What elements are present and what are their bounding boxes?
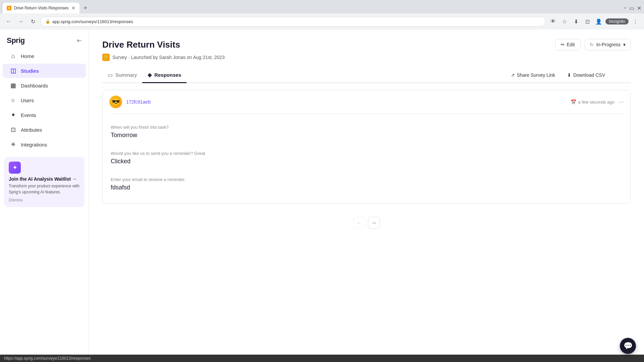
edit-button[interactable]: ✏ Edit <box>555 39 581 50</box>
chat-icon: 💬 <box>624 342 633 350</box>
events-icon: ✦ <box>9 111 17 119</box>
sidebar-item-label-studies: Studies <box>21 68 39 74</box>
sidebar-item-users[interactable]: ○ Users <box>3 93 86 107</box>
response-meta: 📅 a few seconds ago ··· <box>571 99 624 106</box>
prev-page-button[interactable]: ← <box>353 217 365 229</box>
response-body: When will you finish this task? Tomorrow… <box>103 114 630 203</box>
forward-button[interactable]: → <box>16 17 25 26</box>
ai-promo-title[interactable]: Join the AI Analysis Waitlist → <box>9 176 80 182</box>
answer-1: Clicked <box>111 158 622 165</box>
download-csv-icon: ⬇ <box>567 72 571 78</box>
summary-tab-icon: ▭ <box>108 72 113 78</box>
tab-bar: S Drive Return Visits Responses ✕ + − ▭ … <box>0 0 644 13</box>
tab-summary[interactable]: ▭ Summary <box>102 68 142 83</box>
download-csv-button[interactable]: ⬇ Download CSV <box>562 70 610 80</box>
tabs-row: ▭ Summary ◈ Responses ↗ Share Survey Lin… <box>102 68 631 83</box>
tab-favicon: S <box>7 6 11 10</box>
ai-promo-card: ✦ Join the AI Analysis Waitlist → Transf… <box>4 157 85 207</box>
question-0: When will you finish this task? <box>111 125 622 130</box>
sidebar-item-integrations[interactable]: ✳ Integrations <box>3 137 86 152</box>
bookmark-icon[interactable]: ☆ <box>560 17 569 26</box>
maximize-button[interactable]: ▭ <box>629 5 634 11</box>
pagination: ← → <box>102 210 631 236</box>
sidebar-item-label-home: Home <box>21 53 34 59</box>
sidebar: Sprig ⇤ ⌂ Home ◫ Studies ▦ Dashboards ○ … <box>0 29 89 355</box>
edit-icon: ✏ <box>561 42 565 47</box>
user-id-link[interactable]: 172fc91aeb <box>126 99 151 105</box>
summary-tab-label: Summary <box>115 72 137 78</box>
sidebar-header: Sprig ⇤ <box>0 29 89 48</box>
share-survey-link-button[interactable]: ↗ Share Survey Link <box>511 72 555 78</box>
main-layout: Sprig ⇤ ⌂ Home ◫ Studies ▦ Dashboards ○ … <box>0 29 644 355</box>
answer-0: Tomorrow <box>111 132 622 139</box>
new-tab-button[interactable]: + <box>81 3 90 13</box>
more-options-button[interactable]: ··· <box>619 99 624 106</box>
next-page-button[interactable]: → <box>368 217 380 229</box>
qa-block-1: Would you like us to send you a reminder… <box>111 145 622 165</box>
browser-chrome: S Drive Return Visits Responses ✕ + − ▭ … <box>0 0 644 29</box>
question-1: Would you like us to send you a reminder… <box>111 151 622 156</box>
sidebar-item-home[interactable]: ⌂ Home <box>3 49 86 63</box>
url-text: app.sprig.com/surveys/116013/responses <box>52 19 541 24</box>
sidebar-item-studies[interactable]: ◫ Studies <box>3 64 86 78</box>
tab-responses[interactable]: ◈ Responses <box>142 68 186 83</box>
active-tab[interactable]: S Drive Return Visits Responses ✕ <box>3 3 79 13</box>
window-close-button[interactable]: ✕ <box>637 5 641 11</box>
answer-2: fdsafsd <box>111 184 622 191</box>
lock-icon: 🔒 <box>45 19 50 24</box>
camera-icon[interactable]: 👁 <box>548 17 558 26</box>
device-icon[interactable]: ⊡ <box>583 17 592 26</box>
status-button[interactable]: ↻ In-Progress ▾ <box>585 39 631 50</box>
home-icon: ⌂ <box>9 52 17 60</box>
integrations-icon: ✳ <box>9 141 17 148</box>
qa-block-0: When will you finish this task? Tomorrow <box>111 119 622 139</box>
survey-icon: 😊 <box>102 54 110 61</box>
collapse-sidebar-button[interactable]: ⇤ <box>77 37 82 44</box>
page-header: Drive Return Visits ✏ Edit ↻ In-Progress… <box>89 29 644 83</box>
users-icon: ○ <box>9 97 17 104</box>
url-bar[interactable]: 🔒 app.sprig.com/surveys/116013/responses <box>40 17 546 26</box>
survey-meta-text: Survey · Launched by Sarah Jonas on Aug … <box>112 55 225 60</box>
responses-tab-label: Responses <box>154 72 181 78</box>
sidebar-item-label-dashboards: Dashboards <box>21 83 48 88</box>
survey-meta: 😊 Survey · Launched by Sarah Jonas on Au… <box>102 54 631 61</box>
page-title-row: Drive Return Visits ✏ Edit ↻ In-Progress… <box>102 39 631 50</box>
page-title: Drive Return Visits <box>102 40 180 50</box>
tab-close-button[interactable]: ✕ <box>71 5 75 11</box>
content-area: Drive Return Visits ✏ Edit ↻ In-Progress… <box>89 29 644 355</box>
ai-dismiss-button[interactable]: Dismiss <box>9 198 80 202</box>
tab-controls: − ▭ ✕ <box>624 5 641 11</box>
address-actions: 👁 ☆ ⬇ ⊡ 👤 Incognito ⋮ <box>548 17 640 26</box>
sidebar-scroll: Sprig ⇤ ⌂ Home ◫ Studies ▦ Dashboards ○ … <box>0 29 89 355</box>
chat-bubble-button[interactable]: 💬 <box>620 338 636 354</box>
tab-title: Drive Return Visits Responses <box>14 6 69 10</box>
ai-promo-icon: ✦ <box>9 162 21 174</box>
refresh-icon: ↻ <box>590 42 594 47</box>
calendar-icon: 📅 <box>571 99 576 105</box>
sidebar-item-attributes[interactable]: ⊡ Attributes <box>3 123 86 137</box>
dashboards-icon: ▦ <box>9 82 17 89</box>
reload-button[interactable]: ↻ <box>28 17 38 26</box>
menu-icon[interactable]: ⋮ <box>631 17 640 26</box>
sidebar-item-label-events: Events <box>21 112 36 118</box>
back-button[interactable]: ← <box>4 17 13 26</box>
ai-promo-description: Transform your product experience with S… <box>9 183 80 195</box>
sidebar-item-label-attributes: Attributes <box>21 127 42 133</box>
attributes-icon: ⊡ <box>9 126 17 133</box>
responses-area: 😎 172fc91aeb 📅 a few seconds ago ··· Whe… <box>89 83 644 242</box>
sidebar-item-label-users: Users <box>21 98 34 103</box>
incognito-badge: Incognito <box>605 18 629 24</box>
address-bar: ← → ↻ 🔒 app.sprig.com/surveys/116013/res… <box>0 13 644 29</box>
qa-block-2: Enter your email to receive a reminder. … <box>111 172 622 191</box>
question-2: Enter your email to receive a reminder. <box>111 177 622 182</box>
studies-icon: ◫ <box>9 67 17 74</box>
profile-icon[interactable]: 👤 <box>594 17 603 26</box>
download-icon[interactable]: ⬇ <box>571 17 581 26</box>
sidebar-item-events[interactable]: ✦ Events <box>3 108 86 122</box>
tabs: ▭ Summary ◈ Responses <box>102 68 186 82</box>
sidebar-item-dashboards[interactable]: ▦ Dashboards <box>3 78 86 93</box>
response-timestamp: 📅 a few seconds ago <box>571 99 614 105</box>
response-header: 😎 172fc91aeb 📅 a few seconds ago ··· <box>103 90 630 114</box>
minimize-button[interactable]: − <box>624 5 627 11</box>
sidebar-item-label-integrations: Integrations <box>21 142 47 147</box>
